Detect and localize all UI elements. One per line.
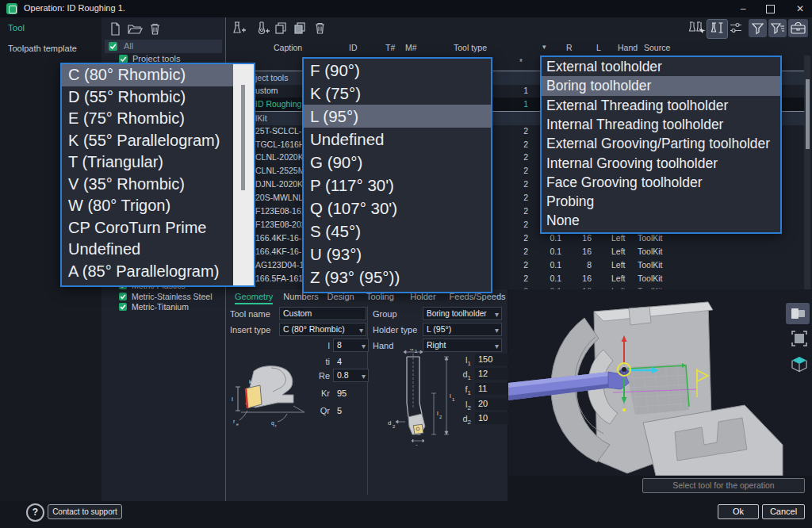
cell-ss: ToolKit: [638, 247, 663, 256]
filter-button[interactable]: [749, 19, 767, 37]
filter-item[interactable]: Metric-Stainless Steel: [119, 292, 224, 302]
param-input-l2[interactable]: 20: [475, 398, 513, 410]
dropdown-option[interactable]: Undefined: [62, 239, 233, 261]
dropdown-option[interactable]: A (85° Parallelogram): [62, 261, 233, 283]
dropdown-option[interactable]: V (35° Rhombic): [62, 174, 233, 196]
select-tool-button[interactable]: Select tool for the operation: [642, 478, 805, 493]
dropdown-option[interactable]: Z (93° (95°)): [304, 266, 491, 289]
cell-rr: 0.1: [533, 260, 561, 270]
param-input-re[interactable]: 0.8▾: [333, 369, 369, 382]
cell-hh: Left: [611, 247, 626, 256]
column-header-caption[interactable]: Caption: [274, 43, 302, 52]
toolbox-button[interactable]: [788, 19, 808, 37]
dropdown-option[interactable]: S (45°): [304, 220, 491, 243]
all-checkbox[interactable]: [109, 42, 117, 51]
chevron-down-icon: ▾: [495, 308, 499, 320]
select-tools-icon[interactable]: [688, 21, 706, 36]
dropdown-option[interactable]: Boring toolholder: [542, 76, 780, 95]
param-input-d1[interactable]: 12: [475, 368, 513, 380]
dropdown-option[interactable]: T (Triangular): [62, 151, 233, 174]
dropdown-option[interactable]: External Threading toolholder: [542, 96, 780, 115]
cancel-button[interactable]: Cancel: [762, 504, 805, 519]
dropdown-option[interactable]: E (75° Rhombic): [62, 108, 233, 130]
dropdown-option[interactable]: K (55° Parallelogram): [62, 130, 233, 152]
title-bar[interactable]: Operation: ID Roughing 1. – ✕: [0, 0, 812, 17]
param-value-kr[interactable]: 95: [337, 388, 347, 398]
copy-icon[interactable]: [275, 22, 288, 35]
close-button[interactable]: ✕: [788, 0, 812, 17]
column-header-t-[interactable]: T#: [385, 43, 395, 52]
table-scrollbar[interactable]: [804, 55, 810, 289]
param-input-l1[interactable]: 150: [475, 354, 513, 365]
filter-advanced-button[interactable]: [768, 19, 787, 37]
column-header-source[interactable]: Source: [644, 43, 670, 52]
table-scrollbar-thumb[interactable]: [806, 79, 810, 149]
column-header-m-[interactable]: M#: [405, 43, 417, 52]
param-value-ti[interactable]: 4: [337, 357, 342, 366]
svg-text:f: f: [416, 443, 418, 446]
dropdown-option[interactable]: Undefined: [304, 128, 491, 151]
dropdown-option[interactable]: D (55° Rhombic): [62, 86, 233, 109]
new-document-icon[interactable]: [109, 22, 121, 36]
dropdown-option[interactable]: Q (107° 30'): [304, 197, 491, 220]
group-select[interactable]: Boring toolholder▾: [423, 307, 502, 320]
column-header-l[interactable]: L: [596, 43, 601, 52]
dropdown-option[interactable]: G (90°): [304, 151, 491, 174]
filter-item-checkbox[interactable]: [119, 303, 127, 311]
dropdown-option[interactable]: K (75°): [304, 82, 491, 105]
param-input-l[interactable]: 8▾: [333, 339, 369, 352]
delete-icon[interactable]: [150, 23, 160, 35]
dropdown-option[interactable]: None: [542, 211, 780, 230]
open-folder-icon[interactable]: [128, 24, 143, 35]
help-button[interactable]: ?: [26, 503, 44, 522]
dropdown-option[interactable]: Internal Grooving toolholder: [542, 154, 780, 173]
cell-nn: 2: [504, 193, 528, 202]
dropdown-option[interactable]: L (95°): [304, 105, 491, 128]
tool-dimensions-button[interactable]: [707, 19, 728, 39]
svg-text:d: d: [410, 349, 413, 352]
view-layout-button[interactable]: [786, 303, 810, 324]
column-header-id[interactable]: ID: [349, 43, 358, 52]
dropdown-option[interactable]: Internal Threading toolholder: [542, 115, 780, 134]
insert-dropdown-scrollbar[interactable]: [233, 64, 254, 285]
column-header-r[interactable]: R: [566, 43, 573, 52]
insert-dropdown-scrollbar-thumb[interactable]: [241, 85, 245, 190]
3d-viewport[interactable]: [508, 289, 812, 476]
tool-name-input[interactable]: Custom: [279, 307, 366, 320]
toolpath-template-label[interactable]: Toolpath template: [8, 44, 77, 53]
add-tool-icon[interactable]: [232, 21, 246, 36]
holder-type-select[interactable]: L (95°)▾: [423, 323, 502, 336]
dropdown-option[interactable]: External Grooving/Parting toolholder: [542, 134, 780, 153]
insert-type-select[interactable]: C (80° Rhombic)▾: [279, 323, 366, 336]
dropdown-option[interactable]: Probing: [542, 192, 780, 211]
dropdown-option[interactable]: U (93°): [304, 243, 491, 266]
contact-support-button[interactable]: Contact to support: [48, 504, 122, 519]
add-holder-icon[interactable]: [255, 21, 270, 36]
filter-all-row[interactable]: All: [105, 40, 222, 53]
zoom-fit-icon[interactable]: [791, 330, 808, 347]
dropdown-option[interactable]: Face Grooving toolholder: [542, 173, 780, 192]
column-filter-arrow-icon[interactable]: ▾: [542, 43, 546, 51]
param-input-d2[interactable]: 10: [475, 412, 513, 424]
column-header-hand[interactable]: Hand: [618, 43, 638, 52]
param-input-f1[interactable]: 11: [475, 383, 513, 395]
tab-geometry[interactable]: Geometry: [235, 292, 273, 301]
maximize-button[interactable]: [758, 0, 782, 17]
filter-item-checkbox[interactable]: [119, 293, 127, 300]
dropdown-option[interactable]: CP CoroTurn Prime: [62, 217, 233, 239]
delete-tool-icon[interactable]: [315, 22, 325, 34]
column-header-tool-type[interactable]: Tool type: [454, 43, 487, 52]
dropdown-option[interactable]: F (90°): [304, 59, 491, 82]
settings-sliders-icon[interactable]: [730, 22, 742, 33]
dropdown-option[interactable]: C (80° Rhombic): [62, 64, 233, 86]
ok-button[interactable]: Ok: [718, 504, 759, 519]
param-value-qr[interactable]: 5: [337, 406, 342, 415]
filter-item[interactable]: Metric-Titanium: [119, 302, 224, 312]
dropdown-option[interactable]: P (117° 30'): [304, 174, 491, 197]
dropdown-option[interactable]: External toolholder: [542, 57, 780, 76]
tool-section-label[interactable]: Tool: [8, 23, 25, 33]
minimize-button[interactable]: –: [731, 0, 755, 17]
isometric-view-icon[interactable]: [791, 355, 808, 373]
dropdown-option[interactable]: W (80° Trigon): [62, 195, 233, 217]
paste-icon[interactable]: [294, 22, 307, 35]
